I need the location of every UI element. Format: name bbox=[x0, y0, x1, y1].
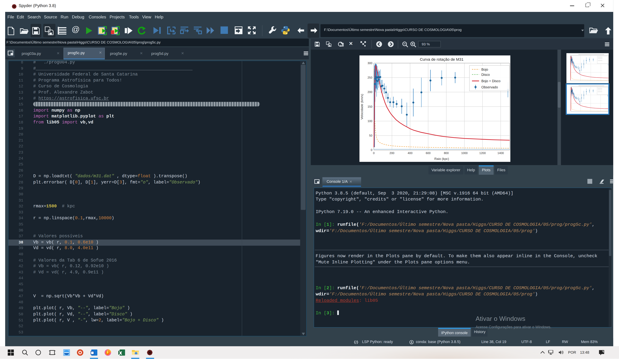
svg-text:Observado: Observado bbox=[481, 85, 498, 89]
svg-text:300: 300 bbox=[367, 62, 372, 65]
svg-text:400: 400 bbox=[408, 152, 412, 155]
svg-text:150: 150 bbox=[367, 105, 372, 108]
svg-text:1200: 1200 bbox=[479, 152, 486, 155]
svg-text:Curva de rotação de M31: Curva de rotação de M31 bbox=[420, 57, 464, 62]
svg-text:0: 0 bbox=[371, 148, 372, 152]
svg-text:250: 250 bbox=[367, 76, 372, 79]
svg-text:600: 600 bbox=[426, 152, 431, 155]
svg-text:200: 200 bbox=[390, 152, 394, 155]
svg-text:Raio (kpc): Raio (kpc) bbox=[434, 157, 449, 161]
svg-text:50: 50 bbox=[369, 134, 372, 137]
svg-text:Bojo + Disco: Bojo + Disco bbox=[481, 79, 500, 83]
svg-text:200: 200 bbox=[367, 90, 372, 94]
svg-text:0: 0 bbox=[373, 152, 375, 155]
svg-text:Disco: Disco bbox=[481, 73, 490, 77]
svg-text:800: 800 bbox=[444, 152, 449, 155]
svg-text:Bojo: Bojo bbox=[481, 68, 488, 71]
svg-text:1000: 1000 bbox=[461, 152, 468, 155]
svg-text:100: 100 bbox=[367, 120, 372, 123]
svg-text:1400: 1400 bbox=[497, 152, 504, 155]
svg-text:Velocidade (km/s): Velocidade (km/s) bbox=[360, 94, 364, 120]
